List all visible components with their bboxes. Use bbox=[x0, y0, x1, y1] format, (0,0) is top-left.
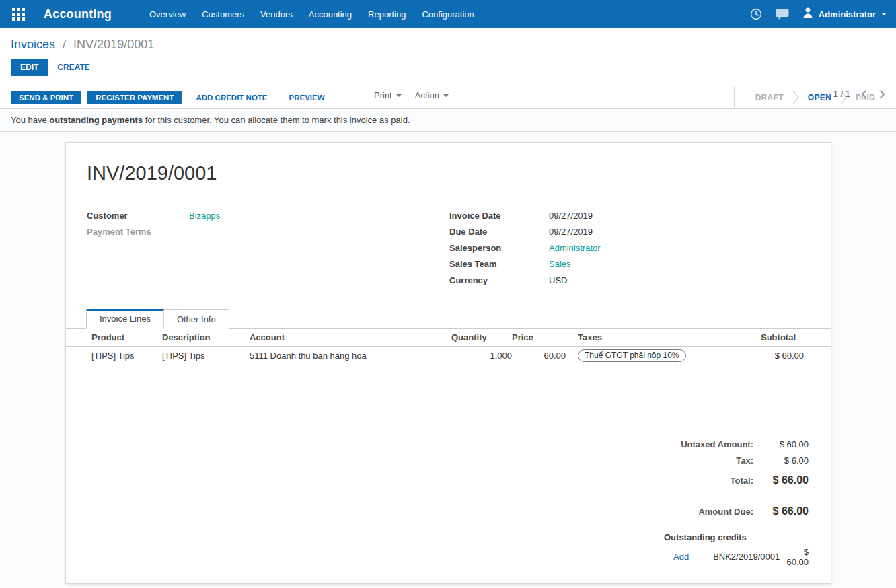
line-product: [TIPS] Tips bbox=[66, 346, 162, 365]
menu-item-accounting[interactable]: Accounting bbox=[309, 9, 352, 20]
invoice-line-row[interactable]: [TIPS] Tips [TIPS] Tips 5111 Doanh thu b… bbox=[66, 346, 831, 365]
amount-due-row: Amount Due: $ 66.00 bbox=[664, 503, 809, 523]
pager: 1 / 1 bbox=[833, 89, 885, 99]
table-header-row: Product Description Account Quantity Pri… bbox=[66, 329, 831, 346]
column-price[interactable]: Price bbox=[512, 329, 566, 346]
column-description[interactable]: Description bbox=[162, 329, 250, 346]
tab-other-info[interactable]: Other Info bbox=[164, 309, 229, 329]
action-menu-label: Action bbox=[415, 90, 439, 100]
credit-amount: $ 60.00 bbox=[780, 547, 809, 567]
untaxed-amount-value: $ 60.00 bbox=[760, 439, 809, 449]
column-taxes[interactable]: Taxes bbox=[566, 329, 761, 346]
outstanding-credits-block: Outstanding credits Add BNK2/2019/0001 $… bbox=[664, 532, 809, 565]
preview-button[interactable]: PREVIEW bbox=[281, 91, 333, 104]
tab-invoice-lines[interactable]: Invoice Lines bbox=[86, 309, 164, 329]
breadcrumb-separator: / bbox=[63, 38, 66, 51]
apps-grid-icon[interactable] bbox=[12, 8, 25, 21]
total-value: $ 66.00 bbox=[760, 472, 809, 486]
pager-next-icon[interactable] bbox=[879, 89, 885, 99]
tax-badge: Thuế GTGT phải nộp 10% bbox=[578, 349, 686, 362]
line-price: 60.00 bbox=[512, 346, 566, 365]
activities-clock-icon[interactable] bbox=[750, 8, 762, 20]
customer-label: Customer bbox=[87, 211, 189, 221]
action-menus: Print Action bbox=[374, 90, 449, 100]
control-buttons: EDIT CREATE bbox=[11, 59, 885, 76]
create-button[interactable]: CREATE bbox=[48, 59, 99, 76]
add-credit-note-button[interactable]: ADD CREDIT NOTE bbox=[188, 91, 275, 104]
amount-due-block: Amount Due: $ 66.00 bbox=[664, 503, 809, 523]
menu-item-vendors[interactable]: Vendors bbox=[260, 9, 293, 20]
chevron-down-icon bbox=[396, 94, 402, 97]
pager-previous-icon[interactable] bbox=[861, 89, 867, 99]
amount-due-value: $ 66.00 bbox=[760, 503, 809, 517]
notebook: Invoice Lines Other Info Product Descrip… bbox=[66, 308, 831, 365]
column-product[interactable]: Product bbox=[66, 329, 162, 346]
salesperson-value-link[interactable]: Administrator bbox=[549, 243, 601, 253]
line-account: 5111 Doanh thu bán hàng hóa bbox=[250, 346, 451, 365]
app-title[interactable]: Accounting bbox=[44, 7, 112, 22]
total-row: Total: $ 66.00 bbox=[664, 472, 809, 492]
line-quantity: 1.000 bbox=[451, 346, 512, 365]
send-print-button[interactable]: SEND & PRINT bbox=[11, 91, 81, 104]
invoice-sheet: INV/2019/0001 Customer Bizapps Payment T… bbox=[65, 142, 831, 584]
invoice-date-value: 09/27/2019 bbox=[549, 211, 593, 221]
field-salesperson: Salesperson Administrator bbox=[449, 240, 810, 256]
untaxed-amount-row: Untaxed Amount: $ 60.00 bbox=[664, 439, 809, 455]
outstanding-payments-alert: You have outstanding payments for this c… bbox=[0, 109, 896, 132]
chevron-down-icon bbox=[443, 94, 449, 97]
top-navbar: Accounting Overview Customers Vendors Ac… bbox=[0, 0, 896, 28]
register-payment-button[interactable]: REGISTER PAYMENT bbox=[87, 91, 182, 104]
line-subtotal: $ 60.00 bbox=[761, 346, 831, 365]
sales-team-value-link[interactable]: Sales bbox=[549, 259, 571, 269]
field-sales-team: Sales Team Sales bbox=[449, 256, 810, 272]
menu-item-overview[interactable]: Overview bbox=[149, 9, 186, 20]
outstanding-credit-entry: Add BNK2/2019/0001 $ 60.00 bbox=[664, 549, 809, 565]
totals-block: Untaxed Amount: $ 60.00 Tax: $ 6.00 Tota… bbox=[664, 433, 809, 492]
tax-value: $ 6.00 bbox=[760, 455, 809, 466]
menu-item-customers[interactable]: Customers bbox=[202, 9, 244, 20]
credit-reference: BNK2/2019/0001 bbox=[713, 552, 780, 562]
main-menu: Overview Customers Vendors Accounting Re… bbox=[149, 9, 474, 20]
edit-button[interactable]: EDIT bbox=[11, 59, 48, 76]
line-description: [TIPS] Tips bbox=[162, 346, 250, 365]
breadcrumb-invoices-link[interactable]: Invoices bbox=[11, 38, 55, 51]
state-draft[interactable]: DRAFT bbox=[747, 93, 792, 102]
field-customer: Customer Bizapps bbox=[87, 207, 449, 223]
tax-row: Tax: $ 6.00 bbox=[664, 455, 809, 472]
navbar-right: Administrator bbox=[750, 7, 896, 22]
customer-value-link[interactable]: Bizapps bbox=[189, 211, 220, 221]
alert-text: You have outstanding payments for this c… bbox=[11, 115, 410, 125]
page: Accounting Overview Customers Vendors Ac… bbox=[0, 0, 896, 588]
due-date-value: 09/27/2019 bbox=[549, 227, 593, 237]
form-content: INV/2019/0001 Customer Bizapps Payment T… bbox=[0, 132, 896, 588]
state-arrow-icon bbox=[792, 90, 799, 105]
user-avatar-icon bbox=[802, 7, 813, 22]
invoice-lines-table: Product Description Account Quantity Pri… bbox=[66, 329, 831, 365]
menu-item-reporting[interactable]: Reporting bbox=[368, 9, 406, 20]
line-taxes: Thuế GTGT phải nộp 10% bbox=[566, 346, 761, 365]
tab-strip: Invoice Lines Other Info bbox=[66, 308, 831, 329]
invoice-fields: Customer Bizapps Payment Terms Invoice D… bbox=[87, 207, 810, 288]
user-name: Administrator bbox=[819, 9, 876, 20]
menu-item-configuration[interactable]: Configuration bbox=[422, 9, 474, 20]
control-panel: Invoices / INV/2019/0001 EDIT CREATE Pri… bbox=[0, 28, 896, 86]
add-credit-link[interactable]: Add bbox=[673, 552, 689, 562]
column-quantity[interactable]: Quantity bbox=[451, 329, 512, 346]
user-menu[interactable]: Administrator bbox=[802, 7, 887, 22]
breadcrumb: Invoices / INV/2019/0001 bbox=[11, 38, 885, 52]
payment-terms-label: Payment Terms bbox=[87, 227, 189, 237]
totals-section: Untaxed Amount: $ 60.00 Tax: $ 6.00 Tota… bbox=[66, 433, 831, 565]
column-subtotal[interactable]: Subtotal bbox=[761, 329, 831, 346]
breadcrumb-current: INV/2019/0001 bbox=[73, 38, 154, 51]
action-menu[interactable]: Action bbox=[415, 90, 449, 100]
pager-value: 1 / 1 bbox=[833, 89, 850, 99]
chevron-down-icon bbox=[881, 13, 887, 15]
field-payment-terms: Payment Terms bbox=[87, 223, 449, 240]
field-invoice-date: Invoice Date 09/27/2019 bbox=[449, 207, 810, 223]
field-currency: Currency USD bbox=[449, 272, 810, 288]
messages-chat-icon[interactable] bbox=[776, 9, 789, 20]
column-account[interactable]: Account bbox=[250, 329, 451, 346]
invoice-number-title: INV/2019/0001 bbox=[87, 161, 831, 184]
print-menu[interactable]: Print bbox=[374, 90, 402, 100]
print-menu-label: Print bbox=[374, 90, 392, 100]
